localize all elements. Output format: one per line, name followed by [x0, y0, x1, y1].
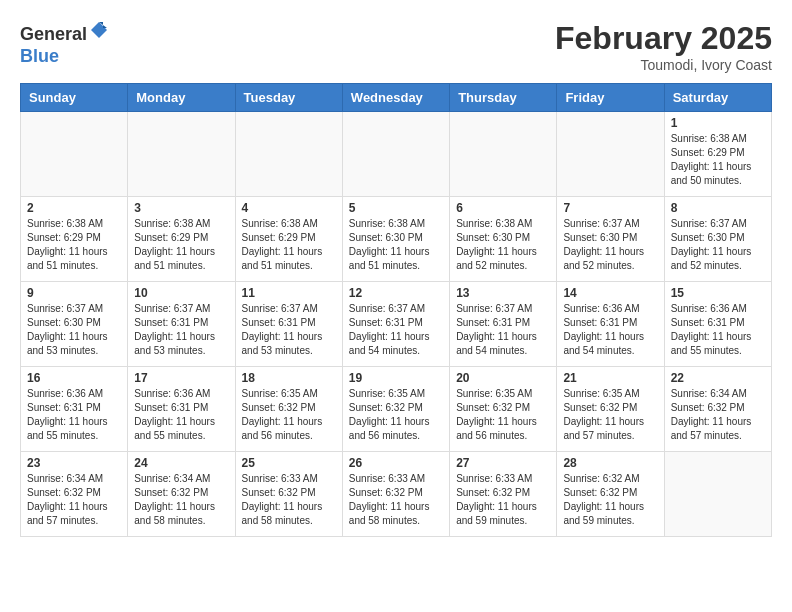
- calendar-cell: 7Sunrise: 6:37 AM Sunset: 6:30 PM Daylig…: [557, 197, 664, 282]
- day-number: 28: [563, 456, 657, 470]
- day-info: Sunrise: 6:36 AM Sunset: 6:31 PM Dayligh…: [134, 387, 228, 443]
- calendar-cell: 24Sunrise: 6:34 AM Sunset: 6:32 PM Dayli…: [128, 452, 235, 537]
- day-info: Sunrise: 6:34 AM Sunset: 6:32 PM Dayligh…: [134, 472, 228, 528]
- location: Toumodi, Ivory Coast: [555, 57, 772, 73]
- day-of-week-header: Tuesday: [235, 84, 342, 112]
- day-info: Sunrise: 6:33 AM Sunset: 6:32 PM Dayligh…: [242, 472, 336, 528]
- day-number: 22: [671, 371, 765, 385]
- day-info: Sunrise: 6:36 AM Sunset: 6:31 PM Dayligh…: [671, 302, 765, 358]
- day-info: Sunrise: 6:37 AM Sunset: 6:30 PM Dayligh…: [671, 217, 765, 273]
- calendar-cell: 14Sunrise: 6:36 AM Sunset: 6:31 PM Dayli…: [557, 282, 664, 367]
- calendar-cell: [342, 112, 449, 197]
- day-number: 26: [349, 456, 443, 470]
- day-info: Sunrise: 6:32 AM Sunset: 6:32 PM Dayligh…: [563, 472, 657, 528]
- calendar-cell: 15Sunrise: 6:36 AM Sunset: 6:31 PM Dayli…: [664, 282, 771, 367]
- calendar-cell: 12Sunrise: 6:37 AM Sunset: 6:31 PM Dayli…: [342, 282, 449, 367]
- day-of-week-header: Friday: [557, 84, 664, 112]
- day-of-week-header: Thursday: [450, 84, 557, 112]
- day-info: Sunrise: 6:34 AM Sunset: 6:32 PM Dayligh…: [671, 387, 765, 443]
- calendar-cell: 19Sunrise: 6:35 AM Sunset: 6:32 PM Dayli…: [342, 367, 449, 452]
- calendar-cell: 22Sunrise: 6:34 AM Sunset: 6:32 PM Dayli…: [664, 367, 771, 452]
- day-number: 15: [671, 286, 765, 300]
- day-number: 24: [134, 456, 228, 470]
- day-info: Sunrise: 6:38 AM Sunset: 6:30 PM Dayligh…: [349, 217, 443, 273]
- day-info: Sunrise: 6:37 AM Sunset: 6:30 PM Dayligh…: [27, 302, 121, 358]
- calendar-week-row: 1Sunrise: 6:38 AM Sunset: 6:29 PM Daylig…: [21, 112, 772, 197]
- day-info: Sunrise: 6:35 AM Sunset: 6:32 PM Dayligh…: [349, 387, 443, 443]
- day-of-week-header: Saturday: [664, 84, 771, 112]
- title-block: February 2025 Toumodi, Ivory Coast: [555, 20, 772, 73]
- day-info: Sunrise: 6:38 AM Sunset: 6:29 PM Dayligh…: [242, 217, 336, 273]
- day-number: 1: [671, 116, 765, 130]
- svg-marker-0: [91, 22, 107, 38]
- day-info: Sunrise: 6:34 AM Sunset: 6:32 PM Dayligh…: [27, 472, 121, 528]
- calendar-cell: 3Sunrise: 6:38 AM Sunset: 6:29 PM Daylig…: [128, 197, 235, 282]
- day-info: Sunrise: 6:38 AM Sunset: 6:29 PM Dayligh…: [134, 217, 228, 273]
- calendar-week-row: 23Sunrise: 6:34 AM Sunset: 6:32 PM Dayli…: [21, 452, 772, 537]
- calendar-week-row: 16Sunrise: 6:36 AM Sunset: 6:31 PM Dayli…: [21, 367, 772, 452]
- day-number: 11: [242, 286, 336, 300]
- day-info: Sunrise: 6:37 AM Sunset: 6:31 PM Dayligh…: [349, 302, 443, 358]
- calendar-cell: [664, 452, 771, 537]
- calendar-cell: 1Sunrise: 6:38 AM Sunset: 6:29 PM Daylig…: [664, 112, 771, 197]
- calendar-cell: 5Sunrise: 6:38 AM Sunset: 6:30 PM Daylig…: [342, 197, 449, 282]
- calendar-cell: 10Sunrise: 6:37 AM Sunset: 6:31 PM Dayli…: [128, 282, 235, 367]
- month-title: February 2025: [555, 20, 772, 57]
- calendar-week-row: 2Sunrise: 6:38 AM Sunset: 6:29 PM Daylig…: [21, 197, 772, 282]
- calendar-cell: [235, 112, 342, 197]
- day-info: Sunrise: 6:33 AM Sunset: 6:32 PM Dayligh…: [349, 472, 443, 528]
- day-info: Sunrise: 6:38 AM Sunset: 6:29 PM Dayligh…: [671, 132, 765, 188]
- logo-general-text: General: [20, 24, 87, 44]
- calendar-cell: 21Sunrise: 6:35 AM Sunset: 6:32 PM Dayli…: [557, 367, 664, 452]
- calendar-cell: 17Sunrise: 6:36 AM Sunset: 6:31 PM Dayli…: [128, 367, 235, 452]
- calendar-cell: 18Sunrise: 6:35 AM Sunset: 6:32 PM Dayli…: [235, 367, 342, 452]
- logo-icon: [89, 20, 109, 40]
- logo: General Blue: [20, 20, 109, 67]
- day-info: Sunrise: 6:38 AM Sunset: 6:30 PM Dayligh…: [456, 217, 550, 273]
- day-number: 21: [563, 371, 657, 385]
- day-number: 25: [242, 456, 336, 470]
- day-of-week-header: Monday: [128, 84, 235, 112]
- calendar-cell: 2Sunrise: 6:38 AM Sunset: 6:29 PM Daylig…: [21, 197, 128, 282]
- day-info: Sunrise: 6:37 AM Sunset: 6:31 PM Dayligh…: [134, 302, 228, 358]
- calendar-cell: 16Sunrise: 6:36 AM Sunset: 6:31 PM Dayli…: [21, 367, 128, 452]
- day-info: Sunrise: 6:35 AM Sunset: 6:32 PM Dayligh…: [456, 387, 550, 443]
- day-number: 16: [27, 371, 121, 385]
- day-number: 3: [134, 201, 228, 215]
- day-info: Sunrise: 6:35 AM Sunset: 6:32 PM Dayligh…: [563, 387, 657, 443]
- day-info: Sunrise: 6:33 AM Sunset: 6:32 PM Dayligh…: [456, 472, 550, 528]
- calendar-cell: 25Sunrise: 6:33 AM Sunset: 6:32 PM Dayli…: [235, 452, 342, 537]
- calendar-cell: [557, 112, 664, 197]
- day-number: 9: [27, 286, 121, 300]
- day-number: 6: [456, 201, 550, 215]
- calendar-cell: 11Sunrise: 6:37 AM Sunset: 6:31 PM Dayli…: [235, 282, 342, 367]
- calendar-cell: 26Sunrise: 6:33 AM Sunset: 6:32 PM Dayli…: [342, 452, 449, 537]
- day-number: 14: [563, 286, 657, 300]
- calendar-cell: 13Sunrise: 6:37 AM Sunset: 6:31 PM Dayli…: [450, 282, 557, 367]
- day-info: Sunrise: 6:36 AM Sunset: 6:31 PM Dayligh…: [27, 387, 121, 443]
- day-of-week-header: Sunday: [21, 84, 128, 112]
- calendar-cell: [128, 112, 235, 197]
- day-number: 19: [349, 371, 443, 385]
- day-number: 27: [456, 456, 550, 470]
- calendar-cell: [450, 112, 557, 197]
- day-of-week-header: Wednesday: [342, 84, 449, 112]
- calendar-header-row: SundayMondayTuesdayWednesdayThursdayFrid…: [21, 84, 772, 112]
- day-number: 4: [242, 201, 336, 215]
- day-info: Sunrise: 6:35 AM Sunset: 6:32 PM Dayligh…: [242, 387, 336, 443]
- page-header: General Blue February 2025 Toumodi, Ivor…: [20, 20, 772, 73]
- calendar-cell: [21, 112, 128, 197]
- day-number: 18: [242, 371, 336, 385]
- calendar-cell: 28Sunrise: 6:32 AM Sunset: 6:32 PM Dayli…: [557, 452, 664, 537]
- day-info: Sunrise: 6:37 AM Sunset: 6:30 PM Dayligh…: [563, 217, 657, 273]
- day-number: 5: [349, 201, 443, 215]
- calendar-cell: 20Sunrise: 6:35 AM Sunset: 6:32 PM Dayli…: [450, 367, 557, 452]
- calendar-table: SundayMondayTuesdayWednesdayThursdayFrid…: [20, 83, 772, 537]
- logo-blue-text: Blue: [20, 46, 59, 66]
- calendar-cell: 6Sunrise: 6:38 AM Sunset: 6:30 PM Daylig…: [450, 197, 557, 282]
- day-info: Sunrise: 6:37 AM Sunset: 6:31 PM Dayligh…: [456, 302, 550, 358]
- day-info: Sunrise: 6:36 AM Sunset: 6:31 PM Dayligh…: [563, 302, 657, 358]
- day-number: 8: [671, 201, 765, 215]
- day-number: 20: [456, 371, 550, 385]
- calendar-cell: 9Sunrise: 6:37 AM Sunset: 6:30 PM Daylig…: [21, 282, 128, 367]
